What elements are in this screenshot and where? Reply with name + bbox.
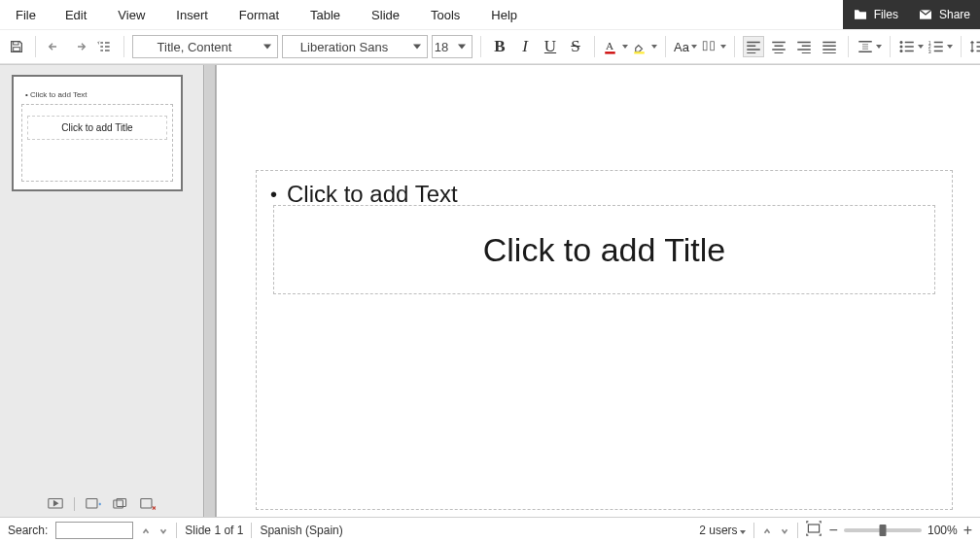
svg-point-9 [899, 50, 902, 52]
start-slideshow-button[interactable] [47, 497, 64, 511]
search-input[interactable] [55, 522, 133, 539]
align-center-button[interactable] [768, 36, 789, 57]
users-indicator[interactable]: 2 users [699, 524, 745, 537]
separator [35, 36, 36, 57]
outline-button[interactable] [94, 36, 116, 57]
next-slide-button[interactable] [780, 525, 789, 535]
chevron-down-icon [947, 45, 953, 49]
folder-icon [853, 7, 868, 22]
align-right-button[interactable] [793, 36, 815, 57]
menu-help[interactable]: Help [475, 2, 533, 28]
svg-text:3: 3 [928, 49, 931, 54]
align-left-button[interactable] [743, 36, 764, 57]
separator [176, 523, 177, 538]
save-button[interactable] [6, 36, 27, 57]
align-justify-button[interactable] [819, 36, 840, 57]
bullet-list-icon [898, 39, 916, 54]
svg-point-8 [899, 46, 902, 49]
menu-format[interactable]: Format [224, 2, 295, 28]
zoom-slider[interactable] [844, 528, 922, 532]
menu-edit[interactable]: Edit [50, 2, 102, 28]
share-button[interactable]: Share [908, 0, 980, 29]
svg-rect-4 [634, 51, 645, 53]
font-color-button[interactable]: A [603, 38, 628, 55]
char-spacing-icon [701, 39, 718, 54]
line-spacing-icon [969, 39, 980, 54]
number-list-button[interactable]: 123 [928, 39, 953, 54]
italic-button[interactable]: I [514, 37, 536, 56]
chevron-down-icon [720, 45, 726, 49]
highlight-color-button[interactable] [632, 38, 657, 55]
slide-thumbnail-1[interactable]: Click to add Text Click to add Title [12, 75, 183, 191]
font-name-value: Liberation Sans [300, 40, 388, 54]
separator [665, 36, 666, 57]
svg-text:A: A [606, 40, 614, 51]
svg-rect-6 [711, 42, 715, 51]
chevron-down-icon [651, 45, 657, 49]
strikethrough-button[interactable]: S [565, 37, 586, 56]
font-size-combo[interactable]: 18 [432, 35, 472, 58]
svg-rect-1 [14, 48, 20, 51]
view-switcher [0, 497, 203, 511]
main-area: Click to add Text Click to add Title Cli… [0, 64, 980, 517]
slide-editor: Click to add Text Click to add Title [204, 65, 980, 517]
align-right-icon [795, 40, 813, 53]
bullet-list-button[interactable] [898, 39, 924, 54]
underline-button[interactable]: U [540, 37, 561, 56]
svg-rect-14 [87, 498, 97, 508]
align-center-icon [770, 40, 788, 53]
chevron-down-icon [413, 45, 421, 50]
align-justify-icon [821, 40, 838, 53]
separator [74, 497, 75, 511]
undo-button[interactable] [44, 36, 65, 57]
menu-view[interactable]: View [102, 2, 160, 28]
number-list-icon: 123 [928, 39, 945, 54]
chevron-down-icon [918, 45, 924, 49]
chevron-down-icon [876, 45, 882, 49]
new-slide-button[interactable] [85, 497, 102, 511]
thumbnail-title-placeholder: Click to add Title [27, 116, 167, 140]
prev-slide-button[interactable] [762, 525, 772, 535]
menu-insert[interactable]: Insert [160, 2, 224, 28]
zoom-out-button[interactable]: − [829, 522, 838, 539]
menu-table[interactable]: Table [295, 2, 356, 28]
char-spacing-button[interactable] [701, 39, 726, 54]
language-indicator[interactable]: Spanish (Spain) [260, 524, 342, 537]
separator [123, 36, 124, 57]
chevron-down-icon [740, 530, 746, 534]
chevron-down-icon [458, 45, 466, 50]
menu-file[interactable]: File [6, 2, 50, 28]
fit-slide-button[interactable] [806, 521, 822, 539]
align-left-icon [745, 40, 762, 53]
line-spacing-button[interactable] [969, 39, 980, 54]
separator [594, 36, 595, 57]
files-button[interactable]: Files [843, 0, 908, 29]
ruler-area [205, 65, 215, 517]
font-name-combo[interactable]: Liberation Sans [282, 35, 428, 58]
menu-tools[interactable]: Tools [415, 2, 475, 28]
thumbnail-text-placeholder: Click to add Text [25, 90, 88, 99]
search-label: Search: [8, 524, 48, 537]
redo-button[interactable] [69, 36, 90, 57]
mail-icon [918, 7, 933, 22]
slide-canvas[interactable]: Click to add Text Click to add Title [216, 65, 980, 517]
zoom-in-button[interactable]: + [963, 522, 972, 539]
highlight-icon [632, 38, 649, 55]
separator [480, 36, 481, 57]
separator [734, 36, 735, 57]
search-prev-button[interactable] [141, 525, 151, 535]
bold-button[interactable]: B [489, 37, 510, 56]
menu-slide[interactable]: Slide [356, 2, 415, 28]
save-icon [9, 39, 24, 54]
chevron-down-icon [263, 45, 271, 50]
char-size-label: Aa [674, 40, 689, 54]
outline-icon [97, 39, 113, 54]
char-size-button[interactable]: Aa [674, 40, 697, 54]
layout-combo[interactable]: Title, Content [132, 35, 278, 58]
zoom-value[interactable]: 100% [928, 524, 958, 537]
title-placeholder[interactable]: Click to add Title [273, 205, 935, 294]
delete-slide-button[interactable] [139, 497, 157, 511]
valign-button[interactable] [857, 39, 882, 54]
duplicate-slide-button[interactable] [112, 497, 129, 511]
search-next-button[interactable] [158, 525, 168, 535]
